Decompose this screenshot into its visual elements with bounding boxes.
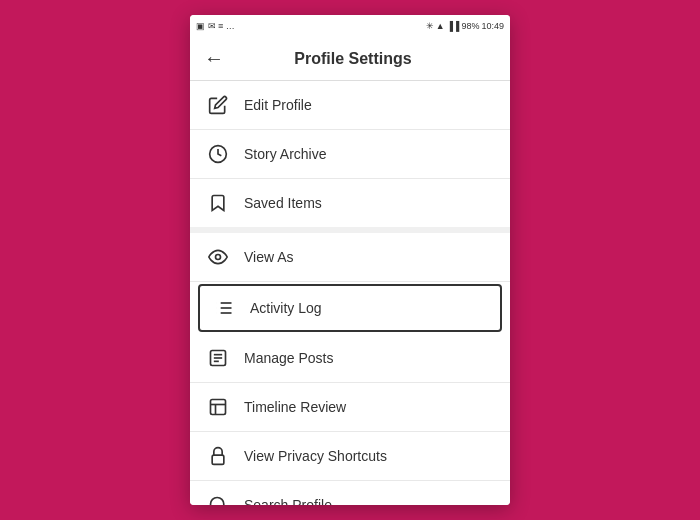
story-archive-icon [206,142,230,166]
page-header: ← Profile Settings [190,37,510,81]
svg-rect-16 [212,455,224,464]
timeline-review-icon [206,395,230,419]
status-bar: ▣ ✉ ≡ … ✳ ▲ ▐▐ 98% 10:49 [190,15,510,37]
svg-point-17 [211,498,224,506]
menu-group-1: Edit Profile Story Archive Saved Item [190,81,510,227]
status-left-icons: ▣ ✉ ≡ … [196,21,235,31]
view-as-label: View As [244,249,294,265]
signal-icon: ▐▐ [447,21,460,31]
manage-posts-label: Manage Posts [244,350,334,366]
bookmark-icon [206,191,230,215]
edit-profile-label: Edit Profile [244,97,312,113]
menu-item-edit-profile[interactable]: Edit Profile [190,81,510,130]
menu-item-saved-items[interactable]: Saved Items [190,179,510,227]
search-icon [206,493,230,505]
eye-icon [206,245,230,269]
menu-item-view-as[interactable]: View As [190,233,510,282]
wifi-icon: ▲ [436,21,445,31]
story-archive-label: Story Archive [244,146,326,162]
content-area: Edit Profile Story Archive Saved Item [190,81,510,505]
menu-item-timeline-review[interactable]: Timeline Review [190,383,510,432]
manage-posts-icon [206,346,230,370]
timeline-review-label: Timeline Review [244,399,346,415]
back-button[interactable]: ← [204,47,224,70]
svg-rect-13 [211,400,226,415]
activity-log-wrapper: Activity Log [190,284,510,332]
time: 10:49 [481,21,504,31]
menu-item-search-profile[interactable]: Search Profile [190,481,510,505]
bluetooth-icon: ✳ [426,21,434,31]
search-profile-label: Search Profile [244,497,332,505]
view-privacy-label: View Privacy Shortcuts [244,448,387,464]
menu-item-view-privacy[interactable]: View Privacy Shortcuts [190,432,510,481]
list-icon [212,296,236,320]
battery-text: 98% [461,21,479,31]
menu-item-manage-posts[interactable]: Manage Posts [190,334,510,383]
status-right-icons: ✳ ▲ ▐▐ 98% 10:49 [426,21,504,31]
menu-item-story-archive[interactable]: Story Archive [190,130,510,179]
pencil-icon [206,93,230,117]
lock-icon [206,444,230,468]
menu-group-2: View As Activity Log [190,233,510,505]
menu-item-activity-log[interactable]: Activity Log [198,284,502,332]
phone-screen: ▣ ✉ ≡ … ✳ ▲ ▐▐ 98% 10:49 ← Profile Setti… [190,15,510,505]
page-title: Profile Settings [234,50,472,68]
svg-point-1 [216,255,221,260]
activity-log-label: Activity Log [250,300,322,316]
notification-icons: ▣ ✉ ≡ … [196,21,235,31]
saved-items-label: Saved Items [244,195,322,211]
